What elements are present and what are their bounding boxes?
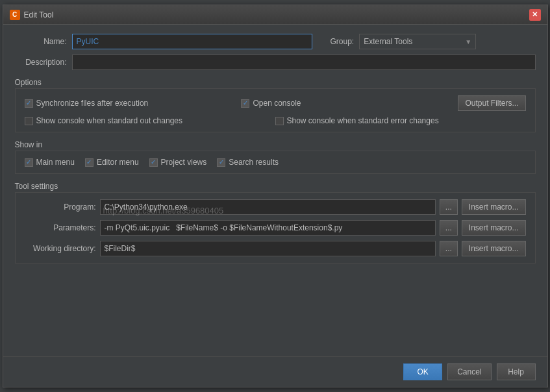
tool-settings-section-label: Tool settings: [15, 182, 536, 191]
show-in-content: Main menu Editor menu Project views: [15, 151, 536, 174]
parameters-label: Parameters:: [25, 223, 96, 232]
output-filters-button[interactable]: Output Filters...: [458, 95, 525, 111]
program-input[interactable]: [100, 199, 436, 215]
group-label: Group:: [331, 37, 355, 46]
group-dropdown[interactable]: External Tools ▼: [359, 34, 476, 49]
program-dots-button[interactable]: ...: [440, 199, 458, 215]
description-row: Description:: [15, 55, 536, 70]
main-menu-checkbox[interactable]: [25, 158, 33, 167]
search-results-checkbox[interactable]: [217, 158, 225, 167]
open-console-checkbox[interactable]: [241, 99, 249, 108]
project-views-item: Project views: [149, 158, 207, 167]
parameters-dots-button[interactable]: ...: [440, 220, 458, 236]
options-content: Synchronize files after execution Open c…: [15, 88, 536, 132]
options-section: Options Synchronize files after executio…: [15, 75, 536, 132]
title-bar-left: C Edit Tool: [10, 10, 54, 20]
show-console-stdout-checkbox[interactable]: [25, 117, 33, 125]
sync-files-label: Synchronize files after execution: [36, 99, 149, 108]
show-console-stderr-item: Show console when standard error changes: [275, 116, 526, 125]
group-dropdown-value: External Tools: [364, 37, 412, 46]
editor-menu-checkbox[interactable]: [85, 158, 94, 167]
sync-files-checkbox[interactable]: [25, 99, 33, 108]
search-results-item: Search results: [217, 158, 279, 167]
main-menu-label: Main menu: [36, 158, 75, 167]
search-results-label: Search results: [229, 158, 279, 167]
show-console-stderr-label: Show console when standard error changes: [287, 116, 439, 125]
parameters-row: Parameters: ... Insert macro...: [25, 220, 526, 236]
edit-tool-dialog: C Edit Tool ✕ Name: Group: External Tool…: [3, 5, 548, 387]
tool-settings-content: Program: ... Insert macro... Parameters:…: [15, 192, 536, 263]
tool-settings-section: Tool settings Program: ... Insert macro.…: [15, 179, 536, 263]
working-dir-row: Working directory: ... Insert macro...: [25, 241, 526, 256]
options-section-label: Options: [15, 78, 536, 87]
show-in-row: Main menu Editor menu Project views: [25, 158, 526, 167]
working-dir-dots-button[interactable]: ...: [440, 241, 458, 256]
ok-button[interactable]: OK: [403, 363, 442, 380]
working-dir-label: Working directory:: [25, 244, 96, 253]
dialog-title: Edit Tool: [24, 10, 54, 19]
open-console-item: Open console: [241, 99, 458, 108]
options-row-1: Synchronize files after execution Open c…: [25, 95, 526, 111]
parameters-macro-button[interactable]: Insert macro...: [462, 220, 526, 236]
close-button[interactable]: ✕: [529, 9, 541, 21]
name-label: Name:: [15, 37, 67, 46]
project-views-checkbox[interactable]: [149, 158, 158, 167]
dialog-body: Name: Group: External Tools ▼ Descriptio…: [3, 25, 547, 356]
show-in-section-label: Show in: [15, 140, 536, 149]
sync-files-item: Synchronize files after execution: [25, 99, 242, 108]
project-views-label: Project views: [161, 158, 207, 167]
description-input[interactable]: [72, 55, 536, 70]
dialog-icon: C: [10, 10, 20, 20]
show-console-stdout-item: Show console when standard out changes: [25, 116, 275, 125]
dialog-footer: OK Cancel Help: [3, 356, 547, 387]
show-in-section: Show in Main menu Editor menu: [15, 138, 536, 174]
program-macro-button[interactable]: Insert macro...: [462, 199, 526, 215]
title-bar: C Edit Tool ✕: [3, 5, 547, 25]
editor-menu-label: Editor menu: [97, 158, 139, 167]
description-label: Description:: [15, 58, 67, 67]
cancel-button[interactable]: Cancel: [447, 363, 491, 380]
show-console-stdout-label: Show console when standard out changes: [36, 116, 183, 125]
program-row: Program: ... Insert macro...: [25, 199, 526, 215]
name-row: Name: Group: External Tools ▼: [15, 34, 536, 49]
main-menu-item: Main menu: [25, 158, 75, 167]
show-console-stderr-checkbox[interactable]: [275, 117, 284, 125]
help-button[interactable]: Help: [497, 363, 536, 380]
editor-menu-item: Editor menu: [85, 158, 139, 167]
dropdown-arrow-icon: ▼: [465, 38, 471, 45]
open-console-label: Open console: [253, 99, 301, 108]
working-dir-macro-button[interactable]: Insert macro...: [462, 241, 526, 256]
name-input[interactable]: [72, 34, 312, 49]
program-label: Program:: [25, 202, 96, 212]
working-dir-input[interactable]: [100, 241, 436, 256]
options-row-2: Show console when standard out changes S…: [25, 116, 526, 125]
parameters-input[interactable]: [100, 220, 436, 236]
